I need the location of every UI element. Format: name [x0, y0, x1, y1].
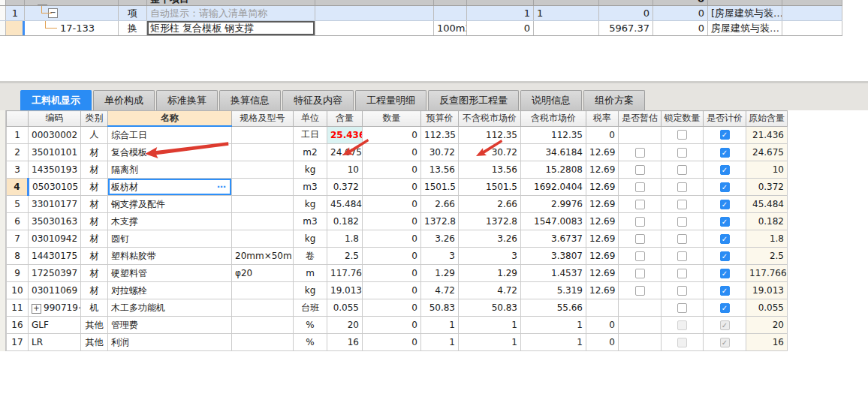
tab-9[interactable]: 组价方案 [583, 90, 645, 110]
checkbox-cell[interactable] [662, 334, 704, 351]
content-cell[interactable]: 24.675 [327, 144, 363, 161]
checkbox-cell[interactable] [662, 213, 704, 230]
category-cell[interactable]: 人 [81, 126, 108, 144]
tax-market-price-cell[interactable]: 5.319 [521, 282, 586, 299]
checkbox-cell[interactable] [704, 265, 746, 282]
category-cell[interactable]: 材 [81, 144, 108, 161]
original-content-cell[interactable]: 21.436 [746, 126, 788, 144]
row-number-cell[interactable]: 9 [7, 265, 29, 282]
market-price-cell[interactable]: 50.83 [459, 299, 521, 317]
original-content-cell[interactable]: 0.055 [746, 299, 788, 317]
checked-checkbox-icon[interactable] [720, 286, 730, 296]
spec-cell[interactable] [232, 213, 294, 230]
quantity-cell[interactable]: 0 [363, 144, 421, 161]
name-cell[interactable]: 管理费 [108, 317, 232, 334]
unchecked-checkbox-icon[interactable] [677, 148, 687, 158]
column-header[interactable]: 预算价 [421, 111, 459, 127]
tax-market-price-cell[interactable]: 1.4537 [521, 265, 586, 282]
code-cell[interactable]: 35010101 [29, 144, 81, 161]
spec-cell[interactable] [232, 126, 294, 144]
unchecked-checkbox-icon[interactable] [635, 217, 645, 227]
item-name-cell[interactable]: 自动提示：请输入清单简称 [147, 6, 315, 20]
quota-subitem-row[interactable]: 17-133 换 矩形柱 复合模板 钢支撑 100m2 0 5967.37 0 … [0, 21, 842, 36]
row-number-cell[interactable]: 8 [7, 248, 29, 265]
budget-price-cell[interactable]: 1501.5 [421, 179, 459, 196]
code-cell[interactable]: 05030105 [29, 179, 81, 196]
column-header[interactable]: 税率 [586, 111, 619, 127]
tax-market-price-cell[interactable]: 2.9976 [521, 196, 586, 213]
original-content-cell[interactable]: 16 [746, 334, 788, 351]
unchecked-checkbox-icon[interactable] [677, 286, 687, 296]
column-header[interactable]: 名称 [108, 111, 232, 127]
checkbox-cell[interactable] [619, 265, 662, 282]
quantity-cell[interactable]: 0 [363, 248, 421, 265]
name-cell[interactable]: 对拉螺栓 [108, 282, 232, 299]
content-cell[interactable]: 25.436 [327, 126, 363, 144]
unchecked-checkbox-icon[interactable] [677, 234, 687, 244]
original-content-cell[interactable]: 10 [746, 161, 788, 179]
content-cell[interactable]: 0.182 [327, 213, 363, 230]
tax-rate-cell[interactable]: 12.69 [586, 144, 619, 161]
name-cell[interactable]: 利润 [108, 334, 232, 351]
tax-rate-cell[interactable]: 12.69 [586, 213, 619, 230]
tab-3[interactable]: 标准换算 [156, 90, 218, 110]
name-cell[interactable]: 木支撑 [108, 213, 232, 230]
checked-checkbox-icon[interactable] [720, 130, 730, 140]
market-price-cell[interactable]: 4.72 [459, 282, 521, 299]
column-header[interactable]: 规格及型号 [232, 111, 294, 127]
original-content-cell[interactable]: 2.5 [746, 248, 788, 265]
unit-cell[interactable]: 工日 [294, 126, 327, 144]
tab-6[interactable]: 工程量明细 [355, 90, 426, 110]
tax-rate-cell[interactable]: 12.69 [586, 196, 619, 213]
unchecked-checkbox-icon[interactable] [677, 217, 687, 227]
collapse-icon[interactable]: − [38, 5, 47, 5]
content-cell[interactable]: 16 [327, 334, 363, 351]
unit-cell[interactable]: kg [294, 196, 327, 213]
budget-price-cell[interactable]: 1 [421, 317, 459, 334]
column-header[interactable]: 类别 [81, 111, 108, 127]
tax-rate-cell[interactable] [586, 299, 619, 317]
market-price-cell[interactable]: 1 [459, 317, 521, 334]
code-cell[interactable]: LR [29, 334, 81, 351]
checkbox-cell[interactable] [662, 196, 704, 213]
tab-5[interactable]: 特征及内容 [282, 90, 354, 110]
unchecked-checkbox-icon[interactable] [635, 200, 645, 209]
checkbox-cell[interactable] [704, 248, 746, 265]
content-cell[interactable]: 2.5 [327, 248, 363, 265]
checkbox-cell[interactable] [619, 144, 662, 161]
code-cell[interactable]: 00030002 [29, 126, 81, 144]
category-cell[interactable]: 材 [81, 179, 108, 196]
quantity-expr-cell[interactable] [534, 21, 599, 35]
name-cell[interactable]: 复合模板 [108, 144, 232, 161]
spec-cell[interactable] [232, 161, 294, 179]
content-cell[interactable]: 0.372 [327, 179, 363, 196]
unit-cell[interactable]: kg [294, 161, 327, 179]
tax-rate-cell[interactable]: 12.69 [586, 179, 619, 196]
name-cell[interactable]: 木工多功能机 [108, 299, 232, 317]
category-cell[interactable]: 其他 [81, 317, 108, 334]
code-cell[interactable]: 35030163 [29, 213, 81, 230]
checkbox-cell[interactable] [704, 317, 746, 334]
tab-4[interactable]: 换算信息 [219, 90, 281, 110]
unit-cell[interactable]: m [294, 265, 327, 282]
unchecked-checkbox-icon[interactable] [635, 182, 645, 192]
tax-rate-cell[interactable]: 12.69 [586, 230, 619, 248]
unit-cell[interactable]: 卷 [294, 248, 327, 265]
category-cell[interactable]: 材 [81, 213, 108, 230]
original-content-cell[interactable]: 0.182 [746, 213, 788, 230]
market-price-cell[interactable]: 30.72 [459, 144, 521, 161]
unchecked-checkbox-icon[interactable] [677, 303, 687, 313]
row-number-cell[interactable]: 11 [7, 299, 29, 317]
unit-cell[interactable]: kg [294, 282, 327, 299]
tab-7[interactable]: 反查图形工程量 [428, 90, 519, 110]
original-content-cell[interactable]: 117.766 [746, 265, 788, 282]
list-item-row[interactable]: 1 − 项 自动提示：请输入清单简称 1 1 0 0 [房屋建筑与装… [0, 6, 842, 21]
quantity-cell[interactable]: 0 [467, 21, 534, 35]
project-group-row[interactable]: − 整个项目 0 [0, 0, 842, 6]
market-price-cell[interactable]: 1501.5 [459, 179, 521, 196]
name-cell[interactable]: 隔离剂 [108, 161, 232, 179]
spec-cell[interactable] [232, 334, 294, 351]
checkbox-cell[interactable] [619, 196, 662, 213]
checkbox-cell[interactable] [704, 334, 746, 351]
market-price-cell[interactable]: 2.66 [459, 196, 521, 213]
